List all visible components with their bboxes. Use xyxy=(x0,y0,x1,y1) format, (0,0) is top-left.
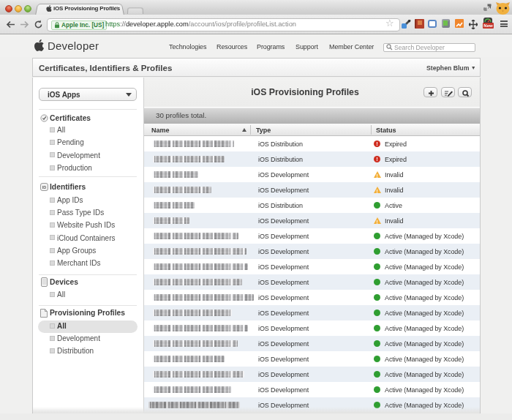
svg-text:ID: ID xyxy=(42,185,47,190)
